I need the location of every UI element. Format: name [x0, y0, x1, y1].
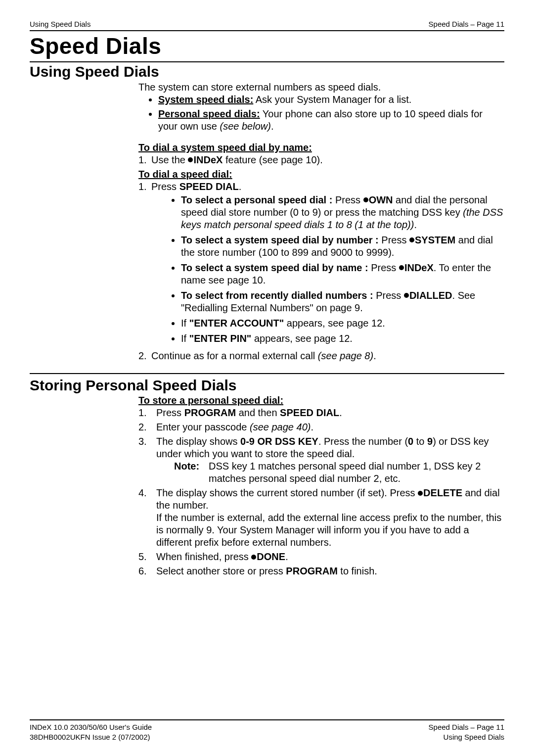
text: to finish.	[338, 566, 377, 576]
text: Press	[379, 235, 409, 245]
option-index: To select a system speed dial by name : …	[181, 262, 504, 286]
bullet-icon	[399, 265, 404, 270]
text: .	[239, 181, 242, 192]
list-item: 1. Press PROGRAM and then SPEED DIAL.	[138, 407, 504, 419]
option-lead: To select from recently dialled numbers …	[181, 290, 373, 301]
list-number: 2.	[138, 421, 156, 433]
footer-line: INDeX 10.0 2030/50/60 User's Guide	[30, 722, 152, 732]
text: The display shows	[156, 436, 240, 447]
list-item: 2. Enter your passcode (see page 40).	[138, 421, 504, 433]
text: feature (see page 10).	[222, 154, 322, 165]
list-dial-by-name: 1. Use the INDeX feature (see page 10).	[138, 154, 504, 166]
note: Note: DSS key 1 matches personal speed d…	[174, 460, 504, 485]
list-number: 1.	[138, 407, 156, 419]
list-number: 3.	[138, 435, 156, 485]
note-label: Note:	[174, 460, 209, 485]
subheading-dial-by-name: To dial a system speed dial by name:	[138, 142, 504, 154]
sub-options: To select a personal speed dial : Press …	[151, 194, 504, 345]
section-heading-storing: Storing Personal Speed Dials	[30, 376, 504, 395]
list-number: 1.	[138, 181, 151, 348]
text: The display shows the current stored num…	[156, 487, 418, 498]
list-dial-speed: 1. Press SPEED DIAL. To select a persona…	[138, 181, 504, 362]
list-number: 4.	[138, 487, 156, 549]
bullet-label: Personal speed dials:	[158, 108, 260, 119]
text: Use the	[151, 154, 188, 165]
italic-text: (see page 8)	[318, 350, 373, 361]
option-lead: To select a personal speed dial :	[181, 194, 332, 205]
bullet-text: Ask your System Manager for a list.	[253, 94, 411, 105]
button-label: SPEED DIAL	[280, 407, 339, 418]
bullet-icon	[404, 293, 409, 298]
text: Press	[156, 407, 184, 418]
bullet-tail: .	[271, 121, 274, 132]
header-left: Using Speed Dials	[30, 20, 90, 29]
list-item: 5. When finished, press DONE.	[138, 551, 504, 563]
text: .	[285, 551, 288, 562]
list-text: Continue as for a normal external call (…	[151, 350, 504, 362]
bullet-icon	[188, 157, 193, 162]
option-dialled: To select from recently dialled numbers …	[181, 289, 504, 314]
display-text: "ENTER ACCOUNT"	[189, 318, 284, 329]
list-number: 2.	[138, 350, 151, 362]
option-system: To select a system speed dial by number …	[181, 234, 504, 259]
list-item: 4. The display shows the current stored …	[138, 487, 504, 549]
header-right: Speed Dials – Page 11	[429, 20, 504, 29]
running-footer: INDeX 10.0 2030/50/60 User's Guide 38DHB…	[30, 719, 504, 743]
softkey-label: DELETE	[423, 487, 462, 498]
footer-line: 38DHB0002UKFN Issue 2 (07/2002)	[30, 732, 152, 742]
footer-line: Using Speed Dials	[429, 732, 504, 742]
option-own: To select a personal speed dial : Press …	[181, 194, 504, 231]
footer-line: Speed Dials – Page 11	[429, 722, 504, 732]
button-label: PROGRAM	[184, 407, 236, 418]
button-label: PROGRAM	[286, 566, 337, 576]
softkey-label: SYSTEM	[415, 235, 455, 245]
subheading-dial-speed: To dial a speed dial:	[138, 168, 504, 181]
text: .	[311, 422, 313, 432]
display-text: "ENTER PIN"	[189, 333, 252, 344]
text: appears, see page 12.	[251, 333, 353, 344]
text: and then	[236, 407, 280, 418]
text: .	[373, 350, 376, 361]
list-text: Enter your passcode (see page 40).	[156, 421, 504, 433]
list-text: Press SPEED DIAL. To select a personal s…	[151, 181, 504, 348]
option-lead: To select a system speed dial by number …	[181, 235, 379, 245]
footer-left: INDeX 10.0 2030/50/60 User's Guide 38DHB…	[30, 722, 152, 743]
running-header: Using Speed Dials Speed Dials – Page 11	[30, 20, 504, 31]
list-text: Select another store or press PROGRAM to…	[156, 565, 504, 577]
list-text: Press PROGRAM and then SPEED DIAL.	[156, 407, 504, 419]
text: Press	[373, 290, 404, 301]
bullet-icon	[363, 197, 368, 202]
note-text: DSS key 1 matches personal speed dial nu…	[209, 460, 504, 485]
softkey-label: DIALLED	[409, 290, 452, 301]
text: When finished, press	[156, 551, 251, 562]
page: Using Speed Dials Speed Dials – Page 11 …	[0, 0, 534, 756]
footer-right: Speed Dials – Page 11 Using Speed Dials	[429, 722, 504, 743]
list-item: 6. Select another store or press PROGRAM…	[138, 565, 504, 577]
bullet-personal-dials: Personal speed dials: Your phone can als…	[158, 108, 504, 133]
text: If	[181, 333, 189, 344]
bullet-label: System speed dials:	[158, 94, 253, 105]
softkey-label: INDeX	[404, 262, 434, 273]
text: appears, see page 12.	[284, 318, 385, 329]
section-divider	[30, 373, 504, 374]
option-enter-pin: If "ENTER PIN" appears, see page 12.	[181, 332, 504, 345]
bullet-system-dials: System speed dials: Ask your System Mana…	[158, 94, 504, 106]
list-item: 1. Use the INDeX feature (see page 10).	[138, 154, 504, 166]
display-text: 0-9 OR DSS KEY	[240, 436, 318, 447]
section-body-using: The system can store external numbers as…	[138, 81, 504, 364]
text: Press	[151, 181, 179, 192]
list-store: 1. Press PROGRAM and then SPEED DIAL. 2.…	[138, 407, 504, 577]
list-item: 2. Continue as for a normal external cal…	[138, 350, 504, 362]
key-label: 0	[408, 436, 413, 447]
list-text: The display shows the current stored num…	[156, 487, 504, 549]
spacer	[138, 135, 504, 142]
bullet-icon	[251, 555, 256, 560]
bullet-icon	[418, 491, 423, 496]
list-text: Use the INDeX feature (see page 10).	[151, 154, 504, 166]
softkey-label: OWN	[369, 194, 393, 205]
list-number: 1.	[138, 154, 151, 166]
text: .	[414, 219, 417, 230]
paragraph: If the number is external, add the exter…	[156, 512, 504, 549]
intro-text: The system can store external numbers as…	[138, 81, 504, 94]
list-item: 3. The display shows 0-9 OR DSS KEY. Pre…	[138, 435, 504, 485]
